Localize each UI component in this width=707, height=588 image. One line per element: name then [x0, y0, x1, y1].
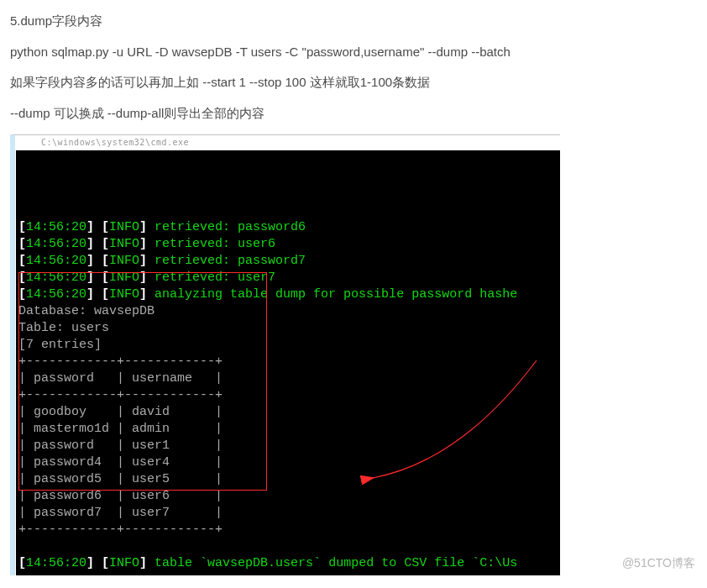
- table-row: | goodboy | david |: [16, 404, 560, 421]
- heading-step-5: 5.dump字段内容: [10, 12, 697, 31]
- table-border: +------------+------------+: [16, 354, 560, 370]
- table-row: | password | user1 |: [16, 438, 560, 454]
- window-titlebar: C:\windows\system32\cmd.exe: [16, 135, 560, 150]
- table-border: +------------+------------+: [16, 387, 560, 404]
- table-line: Table: users: [16, 320, 560, 337]
- table-row: | password7 | user7 |: [16, 505, 560, 522]
- log-line: [14:56:20] [INFO] retrieved: password6: [16, 219, 560, 236]
- note-dump-all: --dump 可以换成 --dump-all则导出全部的内容: [10, 104, 697, 123]
- log-line: [14:56:20] [INFO] retrieved: password7: [16, 253, 560, 270]
- log-line: [14:56:20] [INFO] retrieved: user7: [16, 270, 560, 286]
- log-line: [14:56:20] [INFO] retrieved: user6: [16, 236, 560, 253]
- terminal-screenshot: C:\windows\system32\cmd.exe [14:56:20] […: [10, 134, 560, 575]
- blank-line: [16, 538, 560, 555]
- table-header-row: | password | username |: [16, 370, 560, 387]
- note-start-stop: 如果字段内容多的话可以再加上如 --start 1 --stop 100 这样就…: [10, 73, 697, 92]
- log-line-dumped: [14:56:20] [INFO] table `wavsepDB.users`…: [16, 555, 560, 572]
- table-row: | password6 | user6 |: [16, 488, 560, 505]
- table-row: | password4 | user4 |: [16, 454, 560, 471]
- database-line: Database: wavsepDB: [16, 303, 560, 320]
- table-row: | password5 | user5 |: [16, 471, 560, 488]
- article-body: 5.dump字段内容 python sqlmap.py -u URL -D wa…: [0, 12, 707, 123]
- command-line-example: python sqlmap.py -u URL -D wavsepDB -T u…: [10, 43, 697, 62]
- table-row: | mastermo1d | admin |: [16, 421, 560, 438]
- entries-line: [7 entries]: [16, 337, 560, 354]
- watermark: @51CTO博客: [622, 556, 695, 571]
- table-border: +------------+------------+: [16, 522, 560, 538]
- log-line: [14:56:20] [INFO] analyzing table dump f…: [16, 286, 560, 303]
- terminal-output: [14:56:20] [INFO] retrieved: password6[1…: [16, 150, 560, 575]
